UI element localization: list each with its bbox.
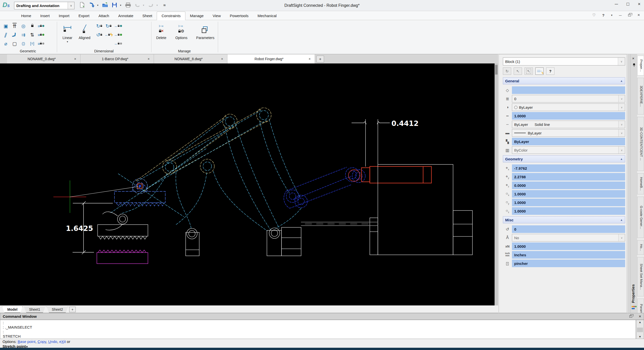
option-copy-link[interactable]: Copy (37, 339, 46, 344)
close-icon[interactable]: × (219, 57, 223, 61)
chevron-down-icon[interactable]: ∨ (618, 234, 625, 241)
import-button[interactable] (88, 1, 95, 9)
print-button[interactable] (124, 1, 132, 9)
tab-constraints[interactable]: Constraints (157, 12, 185, 20)
collapse-icon[interactable]: ▲ (620, 79, 623, 82)
close-palette-button[interactable]: × (632, 56, 634, 60)
chevron-down-icon[interactable]: ∨ (618, 121, 625, 128)
doc-tab-robot-finger[interactable]: Robot Finger.dwg*× (227, 54, 315, 63)
new-file-button[interactable] (78, 1, 86, 9)
scale-x-field[interactable]: 1.0000 (512, 190, 625, 198)
favorites-icon[interactable]: ♡ (592, 13, 595, 17)
option-exit-link[interactable]: eXit (59, 339, 66, 344)
restore-window-icon[interactable] (628, 14, 631, 16)
select-cursor-icon[interactable]: ↖ (514, 67, 522, 75)
command-history[interactable]: : : ._MAINSELECT : STRETCH (0, 320, 636, 339)
collapse-icon[interactable]: ▲ (620, 218, 623, 221)
close-icon[interactable]: × (146, 57, 150, 61)
close-document-button[interactable]: × (637, 13, 640, 18)
doc-tab-noname8[interactable]: NONAME_8.dwg*× (154, 54, 227, 63)
sheet-tab-sheet2[interactable]: Sheet2 (47, 306, 68, 313)
chevron-down-icon[interactable]: ▾ (97, 4, 100, 7)
coincident-constraint-icon[interactable]: ▣ (2, 22, 10, 30)
side-tab-properties[interactable]: Proper... (637, 56, 644, 76)
equal-spacing-constraint-icon[interactable]: ⇉ (19, 30, 28, 39)
chevron-down-icon[interactable]: ▾ (60, 40, 75, 43)
chevron-down-icon[interactable]: ∨ (618, 147, 625, 154)
canvas-scrollbar[interactable] (495, 63, 498, 305)
close-button[interactable]: × (638, 2, 640, 7)
tab-attach[interactable]: Attach (94, 12, 114, 20)
show-gray-constraints-icon[interactable]: ≡ (37, 39, 45, 48)
close-icon[interactable]: × (307, 57, 311, 61)
dim-show-teal-icon[interactable]: ↔ (113, 22, 123, 30)
linetype-select[interactable]: ByLayer Solid line ∨ (512, 121, 625, 128)
vertical-constraint-icon[interactable]: ⇅ (28, 30, 36, 39)
side-tab-sheetset[interactable]: Sheet Set Mana... (637, 257, 644, 296)
constraint-options-button[interactable]: ⊢=⚙ Options (174, 22, 189, 40)
option-base-point-link[interactable]: Base point (18, 339, 35, 344)
chevron-down-icon[interactable]: ∨ (68, 2, 74, 9)
minimize-button[interactable]: ─ (615, 2, 618, 7)
scroll-thumb[interactable] (637, 328, 643, 332)
delete-constraint-button[interactable]: ⊢=× Delete (153, 22, 169, 40)
side-tab-homebyme[interactable]: HomeB... (637, 173, 644, 194)
linetype-scale-field[interactable]: 1.0000 (512, 112, 625, 120)
palette-scrollbar[interactable] (627, 54, 630, 313)
collapse-icon[interactable]: ▲ (620, 157, 623, 160)
save-button[interactable] (111, 1, 118, 9)
quick-select-button[interactable]: ───────ϟ (535, 67, 544, 75)
open-file-button[interactable] (101, 1, 109, 9)
linear-dimension-button[interactable]: Linear ▾ (60, 22, 75, 43)
tab-mechanical[interactable]: Mechanical (253, 12, 281, 20)
tab-insert[interactable]: Insert (36, 12, 54, 20)
new-document-tab-button[interactable]: + (316, 56, 324, 62)
tab-powertools[interactable]: Powertools (225, 12, 253, 20)
smart-dimension-icon[interactable]: ↔ϟ (104, 30, 113, 39)
palette-help-button[interactable]: ? (546, 67, 554, 75)
scale-z-field[interactable]: 1.0000 (512, 207, 625, 215)
symmetric-constraint-icon[interactable]: (¦) (19, 39, 28, 48)
dim-show-green-icon[interactable]: ↔ (113, 30, 123, 39)
chevron-down-icon[interactable]: ∨ (618, 104, 625, 111)
lineweight-select[interactable]: ByLayer ∨ (512, 129, 625, 137)
collapse-ribbon-button[interactable]: ─ (619, 13, 622, 17)
lock-constraint-icon[interactable] (28, 22, 36, 30)
equal-constraint-icon[interactable]: [=] (28, 39, 36, 48)
close-icon[interactable]: × (72, 57, 76, 61)
parallel-constraint-icon[interactable]: ∥ (2, 30, 10, 39)
rotation-field[interactable]: 0 (512, 225, 625, 233)
sheet-tab-model[interactable]: Model (2, 306, 23, 313)
chevron-down-icon[interactable]: ▾ (156, 4, 159, 7)
side-tab-3dexperience[interactable]: 3DEXPERIE... (637, 78, 644, 115)
block-name2-field[interactable]: pincher (512, 260, 625, 267)
pin-icon[interactable] (632, 63, 636, 68)
line-color-select[interactable]: ByLayer ∨ (512, 103, 625, 111)
tab-export[interactable]: Export (74, 12, 94, 20)
angular-arrow-constraint-icon[interactable]: ↻ (104, 22, 113, 30)
unit-factor-field[interactable]: 1.0000 (512, 242, 625, 250)
show-constraints-icon[interactable]: ≡ (37, 22, 45, 30)
print-style-select[interactable]: ByColor ∨ (512, 146, 625, 154)
concentric-constraint-icon[interactable]: ◎ (19, 22, 28, 30)
section-general[interactable]: General ▲ (503, 77, 625, 84)
workspace-selector[interactable]: Drafting and Annotation ∨ (14, 2, 74, 9)
undo-button[interactable] (134, 1, 141, 9)
redo-button[interactable] (147, 1, 155, 9)
chevron-down-icon[interactable]: ∨ (618, 58, 625, 65)
selection-type-selector[interactable]: Block (1) ∨ (503, 57, 625, 65)
chevron-down-icon[interactable]: ▾ (143, 4, 145, 7)
drawing-canvas[interactable]: 1.6425 0.4412 (0, 63, 498, 305)
command-window-titlebar[interactable]: Command Window × (0, 313, 644, 320)
angular-constraint-icon[interactable]: ↻ (95, 22, 104, 30)
parameters-button[interactable]: Parameters (195, 22, 216, 40)
tab-manage[interactable]: Manage (185, 12, 208, 20)
tab-view[interactable]: View (208, 12, 225, 20)
layer-select[interactable]: 0 ∨ (512, 95, 625, 102)
doc-tab-noname0[interactable]: NONAME_0.dwg*× (7, 54, 80, 63)
units-field[interactable]: Inches (512, 251, 625, 259)
tangent-constraint-icon[interactable]: ❯ (10, 30, 19, 39)
radial-constraint-icon[interactable]: ↺ (95, 30, 104, 39)
side-tab-3dcontentcentral[interactable]: 3D CONTENTCENT ... (637, 117, 644, 171)
scroll-down-icon[interactable]: ▼ (636, 335, 644, 338)
